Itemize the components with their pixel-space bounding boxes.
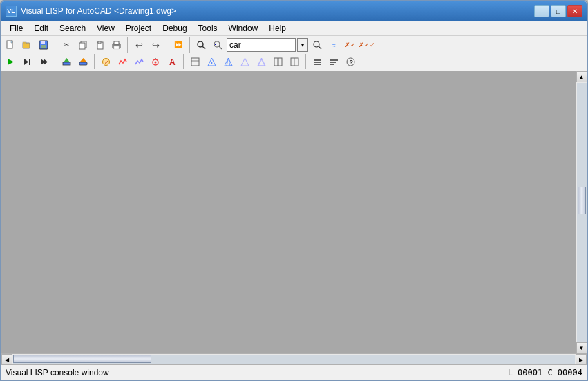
svg-rect-12 bbox=[114, 46, 119, 49]
vertical-scrollbar: ▲ ▼ bbox=[576, 71, 587, 353]
run-button[interactable] bbox=[3, 54, 18, 69]
toolbar-row-1: ✂ ↩ ↪ ⏩ bbox=[3, 37, 585, 53]
find-prev-button[interactable] bbox=[210, 37, 225, 53]
copy-button[interactable] bbox=[75, 37, 91, 53]
menu-edit[interactable]: Edit bbox=[28, 22, 54, 35]
forward-button[interactable]: ⏩ bbox=[171, 37, 186, 53]
maximize-button[interactable]: □ bbox=[551, 5, 566, 17]
svg-rect-44 bbox=[291, 58, 298, 66]
print-button[interactable] bbox=[108, 37, 124, 53]
scroll-track-h[interactable] bbox=[13, 355, 575, 364]
r2-btn5[interactable] bbox=[254, 54, 269, 69]
svg-marker-19 bbox=[8, 59, 14, 65]
svg-rect-21 bbox=[29, 59, 30, 65]
svg-line-18 bbox=[319, 46, 321, 49]
svg-rect-24 bbox=[63, 62, 70, 65]
svg-rect-26 bbox=[79, 62, 87, 65]
title-bar-controls: — □ ✕ bbox=[534, 5, 582, 17]
scroll-track-v[interactable] bbox=[577, 83, 587, 342]
svg-text:✓: ✓ bbox=[104, 59, 109, 66]
svg-marker-25 bbox=[64, 58, 70, 62]
untrace-button[interactable] bbox=[131, 54, 146, 69]
search-dropdown-arrow[interactable]: ▾ bbox=[297, 38, 308, 52]
menu-project[interactable]: Project bbox=[120, 22, 157, 35]
menu-window[interactable]: Window bbox=[223, 22, 264, 35]
check-syntax-button[interactable]: ✓ bbox=[98, 54, 113, 69]
svg-point-31 bbox=[154, 61, 156, 63]
r2-btn7[interactable] bbox=[287, 54, 302, 69]
horizontal-scrollbar: ◀ ▶ bbox=[1, 353, 587, 364]
svg-rect-2 bbox=[23, 42, 26, 44]
window-title: Visual LISP for AutoCAD <Drawing1.dwg> bbox=[21, 6, 176, 16]
scroll-left-button[interactable]: ◀ bbox=[1, 354, 12, 365]
svg-rect-34 bbox=[191, 58, 199, 66]
step-button[interactable] bbox=[19, 54, 35, 69]
find-all-button[interactable] bbox=[310, 37, 325, 53]
r2-btn3[interactable] bbox=[220, 54, 236, 69]
watch-window-button[interactable]: A bbox=[164, 54, 180, 69]
app-icon: VL bbox=[6, 6, 17, 17]
svg-point-13 bbox=[198, 41, 203, 47]
main-area: ▲ ▼ bbox=[1, 71, 587, 353]
save-button[interactable] bbox=[36, 37, 51, 53]
svg-line-14 bbox=[202, 46, 205, 49]
find-button[interactable] bbox=[193, 37, 209, 53]
search-input[interactable] bbox=[227, 38, 296, 52]
editor-area[interactable] bbox=[1, 71, 576, 353]
r2-btn2[interactable] bbox=[204, 54, 219, 69]
replace-all-button[interactable]: ✗✓✓ bbox=[359, 37, 374, 53]
add-watch-button[interactable] bbox=[148, 54, 163, 69]
title-bar: VL Visual LISP for AutoCAD <Drawing1.dwg… bbox=[1, 1, 587, 21]
menu-help[interactable]: Help bbox=[263, 22, 292, 35]
cut-button[interactable]: ✂ bbox=[59, 37, 74, 53]
separator-1 bbox=[55, 37, 55, 53]
scroll-thumb-h[interactable] bbox=[13, 355, 151, 363]
status-left-text: Visual LISP console window bbox=[6, 368, 109, 378]
r2-btn9[interactable] bbox=[326, 54, 341, 69]
scroll-right-button[interactable]: ▶ bbox=[576, 354, 587, 365]
undo-button[interactable]: ↩ bbox=[131, 37, 146, 53]
separator-8 bbox=[305, 54, 306, 69]
separator-2 bbox=[127, 37, 128, 53]
status-bar: Visual LISP console window L 00001 C 000… bbox=[1, 364, 587, 380]
svg-rect-11 bbox=[114, 41, 119, 44]
svg-rect-43 bbox=[278, 58, 282, 66]
svg-rect-42 bbox=[274, 58, 278, 66]
scroll-up-button[interactable]: ▲ bbox=[576, 71, 587, 82]
svg-marker-36 bbox=[208, 58, 216, 66]
svg-marker-27 bbox=[80, 58, 86, 62]
step-over-button[interactable] bbox=[36, 54, 51, 69]
r2-btn8[interactable] bbox=[310, 54, 325, 69]
scroll-thumb-v[interactable] bbox=[578, 187, 586, 214]
replace-button[interactable]: ✗✓ bbox=[343, 37, 358, 53]
svg-rect-7 bbox=[79, 43, 85, 49]
toolbars: ✂ ↩ ↪ ⏩ bbox=[1, 36, 587, 71]
r2-help-button[interactable]: ? bbox=[343, 54, 358, 69]
r2-btn1[interactable] bbox=[187, 54, 202, 69]
minimize-button[interactable]: — bbox=[534, 5, 549, 17]
svg-point-17 bbox=[314, 41, 319, 47]
separator-7 bbox=[183, 54, 184, 69]
open-button[interactable] bbox=[19, 37, 35, 53]
load-sel-button[interactable] bbox=[75, 54, 91, 69]
trace-button[interactable] bbox=[115, 54, 130, 69]
svg-marker-23 bbox=[44, 59, 48, 65]
svg-rect-9 bbox=[98, 41, 101, 44]
scroll-down-button[interactable]: ▼ bbox=[576, 342, 587, 353]
load-acad-button[interactable] bbox=[59, 54, 74, 69]
main-window: VL Visual LISP for AutoCAD <Drawing1.dwg… bbox=[0, 0, 588, 381]
svg-line-16 bbox=[219, 46, 222, 49]
menu-file[interactable]: File bbox=[4, 22, 28, 35]
new-button[interactable] bbox=[3, 37, 18, 53]
menu-search[interactable]: Search bbox=[54, 22, 91, 35]
r2-btn6[interactable] bbox=[270, 54, 285, 69]
menu-debug[interactable]: Debug bbox=[157, 22, 192, 35]
menu-tools[interactable]: Tools bbox=[193, 22, 223, 35]
close-button[interactable]: ✕ bbox=[567, 5, 582, 17]
r2-btn4[interactable] bbox=[237, 54, 252, 69]
match-button[interactable]: ≈ bbox=[326, 37, 341, 53]
redo-button[interactable]: ↪ bbox=[148, 37, 163, 53]
menu-view[interactable]: View bbox=[91, 22, 120, 35]
separator-5 bbox=[55, 54, 55, 69]
paste-button[interactable] bbox=[92, 37, 107, 53]
